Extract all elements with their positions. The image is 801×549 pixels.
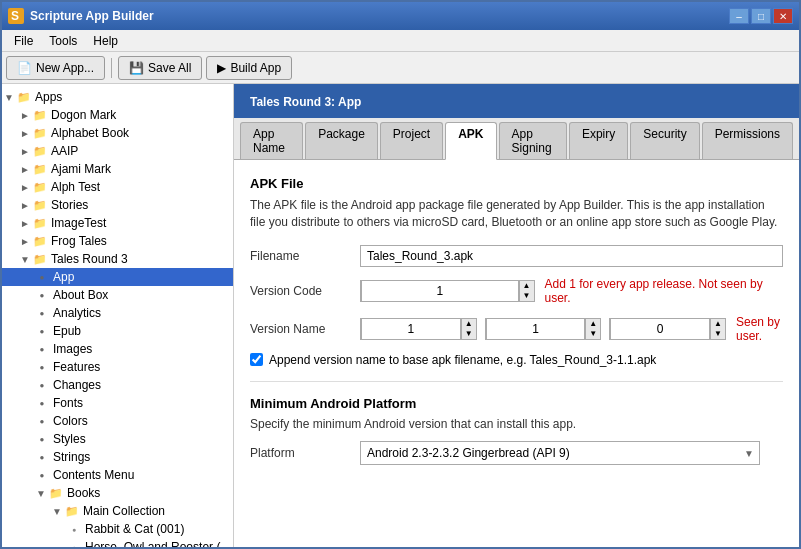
build-app-button[interactable]: ▶ Build App xyxy=(206,56,292,80)
bullet-icon: ● xyxy=(34,305,50,321)
bullet-icon: ● xyxy=(34,359,50,375)
version-name-spinner-3[interactable]: ▲ ▼ xyxy=(609,318,726,340)
sidebar-label: Books xyxy=(67,486,100,500)
new-app-icon: 📄 xyxy=(17,61,32,75)
tree-root-label: Apps xyxy=(35,90,62,104)
sidebar-label: Fonts xyxy=(53,396,83,410)
tab-app-signing[interactable]: App Signing xyxy=(499,122,567,159)
append-checkbox[interactable] xyxy=(250,353,263,366)
sidebar-item-fonts[interactable]: ● Fonts xyxy=(2,394,233,412)
sidebar-item-ajami-mark[interactable]: ► 📁 Ajami Mark xyxy=(2,160,233,178)
sidebar-item-images[interactable]: ● Images xyxy=(2,340,233,358)
sidebar-item-books[interactable]: ▼ 📁 Books xyxy=(2,484,233,502)
folder-icon: 📁 xyxy=(32,125,48,141)
menu-file[interactable]: File xyxy=(6,32,41,50)
sidebar-item-epub[interactable]: ● Epub xyxy=(2,322,233,340)
sidebar-label: App xyxy=(53,270,74,284)
sidebar-label: Strings xyxy=(53,450,90,464)
sidebar-item-stories[interactable]: ► 📁 Stories xyxy=(2,196,233,214)
sidebar-label: Styles xyxy=(53,432,86,446)
maximize-button[interactable]: □ xyxy=(751,8,771,24)
content-title: Tales Round 3: App xyxy=(234,84,799,118)
sidebar-item-aaip[interactable]: ► 📁 AAIP xyxy=(2,142,233,160)
folder-icon: 📁 xyxy=(32,233,48,249)
filename-input[interactable] xyxy=(360,245,783,267)
version-name-label: Version Name xyxy=(250,322,360,336)
menu-tools[interactable]: Tools xyxy=(41,32,85,50)
sidebar-item-alph-test[interactable]: ► 📁 Alph Test xyxy=(2,178,233,196)
append-checkbox-label[interactable]: Append version name to base apk filename… xyxy=(269,353,656,367)
sidebar-item-horse-owl[interactable]: ● Horse, Owl and Rooster ( xyxy=(2,538,233,547)
sidebar-item-features[interactable]: ● Features xyxy=(2,358,233,376)
version-name-spinner-1[interactable]: ▲ ▼ xyxy=(360,318,477,340)
tab-project[interactable]: Project xyxy=(380,122,443,159)
toolbar-separator xyxy=(111,58,112,78)
tab-package[interactable]: Package xyxy=(305,122,378,159)
folder-icon: 📁 xyxy=(32,161,48,177)
sidebar-item-styles[interactable]: ● Styles xyxy=(2,430,233,448)
version-name-spinner-2[interactable]: ▲ ▼ xyxy=(485,318,602,340)
sidebar-item-main-collection[interactable]: ▼ 📁 Main Collection xyxy=(2,502,233,520)
tab-permissions[interactable]: Permissions xyxy=(702,122,793,159)
tab-app-name[interactable]: App Name xyxy=(240,122,303,159)
toggle-icon: ► xyxy=(18,180,32,194)
sidebar-item-alphabet-book[interactable]: ► 📁 Alphabet Book xyxy=(2,124,233,142)
version-code-input[interactable] xyxy=(361,280,519,302)
tab-apk[interactable]: APK xyxy=(445,122,496,160)
sidebar-item-analytics[interactable]: ● Analytics xyxy=(2,304,233,322)
title-bar: S Scripture App Builder – □ ✕ xyxy=(2,2,799,30)
sidebar-item-app[interactable]: ● App xyxy=(2,268,233,286)
menu-bar: File Tools Help xyxy=(2,30,799,52)
sidebar-item-dogon-mark[interactable]: ► 📁 Dogon Mark xyxy=(2,106,233,124)
toggle-icon: ► xyxy=(18,162,32,176)
sidebar[interactable]: ▼ 📁 Apps ► 📁 Dogon Mark ► 📁 Alphabet Boo… xyxy=(2,84,234,547)
tab-security[interactable]: Security xyxy=(630,122,699,159)
version-code-up-button[interactable]: ▲ xyxy=(520,281,534,291)
main-window: S Scripture App Builder – □ ✕ File Tools… xyxy=(0,0,801,549)
tree-root-apps[interactable]: ▼ 📁 Apps xyxy=(2,88,233,106)
filename-control xyxy=(360,245,783,267)
menu-help[interactable]: Help xyxy=(85,32,126,50)
minimize-button[interactable]: – xyxy=(729,8,749,24)
version-code-spinner[interactable]: ▲ ▼ xyxy=(360,280,535,302)
version-code-down-button[interactable]: ▼ xyxy=(520,291,534,301)
platform-select-wrap: Android 2.3-2.3.2 Gingerbread (API 9) An… xyxy=(360,441,760,465)
version-name-input-3[interactable] xyxy=(610,318,710,340)
sidebar-item-rabbit-cat[interactable]: ● Rabbit & Cat (001) xyxy=(2,520,233,538)
sidebar-item-image-test[interactable]: ► 📁 ImageTest xyxy=(2,214,233,232)
version-name-up-2-button[interactable]: ▲ xyxy=(586,319,600,329)
sidebar-item-strings[interactable]: ● Strings xyxy=(2,448,233,466)
save-all-button[interactable]: 💾 Save All xyxy=(118,56,202,80)
sidebar-item-frog-tales[interactable]: ► 📁 Frog Tales xyxy=(2,232,233,250)
bullet-icon: ● xyxy=(66,539,82,547)
sidebar-item-about-box[interactable]: ● About Box xyxy=(2,286,233,304)
close-button[interactable]: ✕ xyxy=(773,8,793,24)
folder-icon: 📁 xyxy=(32,215,48,231)
sidebar-item-colors[interactable]: ● Colors xyxy=(2,412,233,430)
bullet-icon: ● xyxy=(34,269,50,285)
version-name-down-1-button[interactable]: ▼ xyxy=(462,329,476,339)
tabs-bar: App Name Package Project APK App Signing… xyxy=(234,118,799,160)
version-code-row: Version Code ▲ ▼ Add 1 for every app rel… xyxy=(250,277,783,305)
tab-expiry[interactable]: Expiry xyxy=(569,122,628,159)
apk-section-title: APK File xyxy=(250,176,783,191)
bullet-icon: ● xyxy=(66,521,82,537)
sidebar-label: Rabbit & Cat (001) xyxy=(85,522,184,536)
sidebar-item-contents-menu[interactable]: ● Contents Menu xyxy=(2,466,233,484)
bullet-icon: ● xyxy=(34,413,50,429)
version-name-input-1[interactable] xyxy=(361,318,461,340)
toggle-icon: ► xyxy=(18,144,32,158)
new-app-button[interactable]: 📄 New App... xyxy=(6,56,105,80)
sidebar-item-changes[interactable]: ● Changes xyxy=(2,376,233,394)
toggle-icon: ▼ xyxy=(34,486,48,500)
version-name-down-3-button[interactable]: ▼ xyxy=(711,329,725,339)
sidebar-item-tales-round-3[interactable]: ▼ 📁 Tales Round 3 xyxy=(2,250,233,268)
sidebar-label: Alph Test xyxy=(51,180,100,194)
version-name-control: ▲ ▼ ▲ ▼ xyxy=(360,315,783,343)
version-name-input-2[interactable] xyxy=(486,318,586,340)
save-icon: 💾 xyxy=(129,61,144,75)
version-name-up-1-button[interactable]: ▲ xyxy=(462,319,476,329)
platform-select[interactable]: Android 2.3-2.3.2 Gingerbread (API 9) An… xyxy=(360,441,760,465)
version-name-down-2-button[interactable]: ▼ xyxy=(586,329,600,339)
version-name-up-3-button[interactable]: ▲ xyxy=(711,319,725,329)
